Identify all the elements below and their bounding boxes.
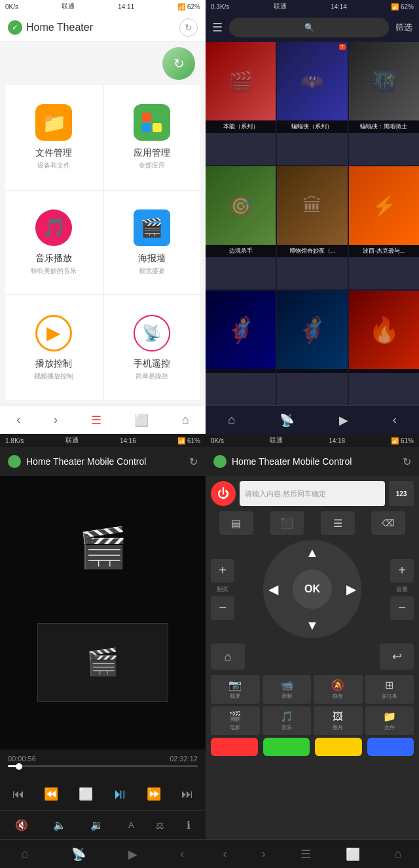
nav-bar-left: ‹ › ☰ ⬜ ⌂ <box>0 405 206 434</box>
movie-header: ☰ 🔍 筛选 <box>206 13 419 42</box>
remote-nav-back[interactable]: ‹ <box>223 847 227 861</box>
movie-card-0[interactable]: 🎬 本能（系列） <box>206 42 276 165</box>
fast-forward-button[interactable]: ⏩ <box>144 784 164 804</box>
dpad-up-button[interactable]: ▲ <box>306 545 319 560</box>
home-button[interactable]: ⌂ <box>211 643 245 670</box>
status-wifi-left: 📶 62% <box>177 3 200 10</box>
dpad-left-button[interactable]: ◀ <box>268 581 278 597</box>
movie-action-button[interactable]: 🎬 电影 <box>211 706 260 735</box>
dpad-ok-button[interactable]: OK <box>293 570 332 609</box>
player-logo-icon <box>8 455 21 468</box>
record-icon: 📹 <box>280 679 293 691</box>
multitask-button[interactable]: ⊞ 多任务 <box>365 675 414 704</box>
num-pad-button[interactable]: 123 <box>389 481 414 506</box>
movie-card-2[interactable]: 🌃 蝙蝠侠：黑暗骑士 <box>349 42 419 165</box>
hamburger-icon[interactable]: ☰ <box>212 20 223 35</box>
nav-forward-left[interactable]: › <box>47 409 64 431</box>
info-button[interactable]: ℹ <box>184 816 193 834</box>
grid-item-app[interactable]: 应用管理 全部应用 <box>103 85 201 190</box>
power-button[interactable]: ⏻ <box>211 481 236 506</box>
search-bar[interactable]: 🔍 <box>229 18 389 37</box>
progress-bar[interactable] <box>8 765 198 767</box>
rewind-button[interactable]: ⏪ <box>41 784 61 804</box>
remote-nav-window[interactable]: ⬜ <box>346 847 360 861</box>
movie-card-3[interactable]: 🎯 边境杀手 <box>206 166 276 289</box>
back-button[interactable]: ↩ <box>380 643 414 670</box>
grid-item-music[interactable]: 🎵 音乐播放 聆听美妙的音乐 <box>5 190 103 295</box>
screenshot-button[interactable]: 📷 截屏 <box>211 675 260 704</box>
player-refresh-icon[interactable]: ↻ <box>189 456 198 468</box>
dpad-right-button[interactable]: ▶ <box>346 581 356 597</box>
player-nav-play[interactable]: ▶ <box>128 847 137 861</box>
vol-plus-btn[interactable]: + <box>390 559 414 583</box>
movie-nav-play[interactable]: ▶ <box>339 413 348 427</box>
grid-item-remote[interactable]: 📡 手机遥控 简单易操控 <box>103 295 201 400</box>
movie-card-6[interactable]: 🦸 <box>206 291 276 405</box>
movie-card-7[interactable]: 🦸 <box>277 291 347 405</box>
movie-poster-1: 🦇 <box>277 42 347 120</box>
color-blue-button[interactable] <box>367 738 414 756</box>
refresh-button[interactable]: ↻ <box>179 18 198 37</box>
page-plus-btn[interactable]: + <box>211 559 234 583</box>
mute-button[interactable]: 🔇 <box>12 816 31 834</box>
movie-card-5[interactable]: ⚡ 波西·杰克逊与... <box>349 166 419 289</box>
subtitle-button[interactable]: A <box>126 818 137 833</box>
movie-card-8[interactable]: 🔥 <box>349 291 419 405</box>
remote-refresh-icon[interactable]: ↻ <box>403 456 411 468</box>
vol-low-button[interactable]: 🔈 <box>50 816 69 834</box>
record-button[interactable]: 📹 录制 <box>263 675 312 704</box>
video-area[interactable]: 🎬 🎬 <box>0 476 206 750</box>
dpad: ▲ ▼ ◀ ▶ OK <box>263 540 361 638</box>
status-carrier-left: 联通 <box>62 2 75 11</box>
skip-next-button[interactable]: ⏭ <box>179 785 196 804</box>
input-placeholder: 请输入内容,然后回车确定 <box>245 489 326 499</box>
remote-nav-forward[interactable]: › <box>262 847 266 861</box>
nav-window-left[interactable]: ⬜ <box>128 409 155 431</box>
text-input[interactable]: 请输入内容,然后回车确定 <box>240 481 385 506</box>
nav-back-left[interactable]: ‹ <box>10 409 27 431</box>
movie-nav-back[interactable]: ‹ <box>393 413 397 427</box>
file-action-button[interactable]: 📁 文件 <box>365 706 414 735</box>
grid-item-file[interactable]: 📁 文件管理 设备和文件 <box>5 85 103 190</box>
color-red-button[interactable] <box>211 738 258 756</box>
playback-controls: ⏮ ⏪ ⬜ ⏯ ⏩ ⏭ <box>0 778 206 810</box>
nav-home-left[interactable]: ⌂ <box>175 409 196 431</box>
skip-prev-button[interactable]: ⏮ <box>10 785 27 804</box>
page-minus-btn[interactable]: − <box>211 596 234 620</box>
func-menu-btn[interactable]: ▤ <box>219 511 253 535</box>
movie-nav-remote[interactable]: 📡 <box>280 413 294 427</box>
grid-item-poster[interactable]: 🎬 海报墙 视觉盛宴 <box>103 190 201 295</box>
picture-button[interactable]: 🖼 图片 <box>314 706 363 735</box>
status-wifi-right: 📶 62% <box>391 3 414 10</box>
movie-card-1[interactable]: 🦇 7 蝙蝠侠（系列） <box>277 42 347 165</box>
status-speed-left: 0K/s <box>5 3 18 10</box>
color-yellow-button[interactable] <box>315 738 362 756</box>
filter-button[interactable]: 筛选 <box>395 22 412 33</box>
nav-menu-left[interactable]: ☰ <box>84 409 108 431</box>
mute-action-label: 静音 <box>333 693 343 700</box>
music-action-button[interactable]: 🎵 音乐 <box>263 706 312 735</box>
func-delete-btn[interactable]: ⌫ <box>371 511 405 535</box>
func-screen-btn[interactable]: ⬛ <box>270 511 304 535</box>
status-bar-left: 0K/s 联通 14:11 📶 62% <box>0 0 206 13</box>
player-nav-remote[interactable]: 📡 <box>71 847 86 861</box>
grid-item-play[interactable]: ▶ 播放控制 视频播放控制 <box>5 295 103 400</box>
remote-nav-home[interactable]: ⌂ <box>395 847 402 861</box>
mute-action-icon: 🔕 <box>331 679 344 691</box>
movie-card-4[interactable]: 🏛 博物馆奇妙夜（... <box>277 166 347 289</box>
play-pause-button[interactable]: ⏯ <box>110 783 130 805</box>
vol-minus-btn[interactable]: − <box>390 596 414 620</box>
movie-nav-home[interactable]: ⌂ <box>228 413 235 427</box>
func-list-btn[interactable]: ☰ <box>321 511 355 535</box>
mute-action-button[interactable]: 🔕 静音 <box>314 675 363 704</box>
player-nav-home[interactable]: ⌂ <box>22 847 29 861</box>
remote-top-row: ⏻ 请输入内容,然后回车确定 123 <box>211 481 414 506</box>
app-subtitle: 全部应用 <box>139 161 165 170</box>
stop-button[interactable]: ⬜ <box>76 784 96 804</box>
vol-mid-button[interactable]: 🔉 <box>88 816 106 834</box>
player-nav-back[interactable]: ‹ <box>180 847 184 861</box>
dpad-down-button[interactable]: ▼ <box>306 618 319 633</box>
color-green-button[interactable] <box>263 738 310 756</box>
eq-button[interactable]: ⚖ <box>156 820 164 831</box>
remote-nav-menu[interactable]: ☰ <box>301 847 311 861</box>
